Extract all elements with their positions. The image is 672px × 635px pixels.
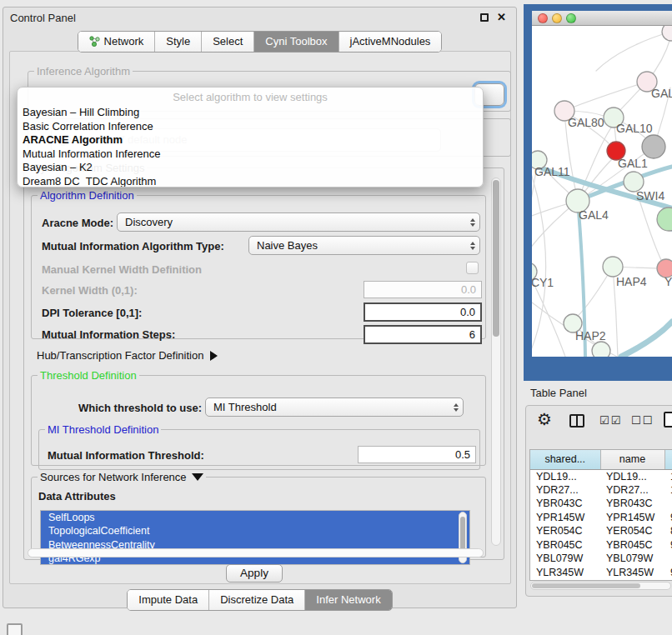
- algorithm-option-basic-correlation-inference[interactable]: Basic Correlation Inference: [18, 119, 483, 133]
- tab-discretize-data[interactable]: Discretize Data: [208, 590, 304, 610]
- table-cell[interactable]: [664, 552, 672, 566]
- settings-vertical-scrollbar[interactable]: [491, 178, 501, 546]
- table-row[interactable]: YDL19...YDL19...13: [530, 469, 672, 483]
- column-header-shared[interactable]: shared...: [530, 450, 600, 469]
- float-panel-icon[interactable]: [480, 13, 489, 22]
- algorithm-option-bayesian-hill-climbing[interactable]: Bayesian – Hill Climbing: [18, 105, 483, 119]
- hub-factor-expander[interactable]: Hub/Transcription Factor Definition: [37, 349, 218, 362]
- network-node[interactable]: [592, 342, 610, 357]
- kernel-width-field[interactable]: 0.0: [364, 281, 482, 298]
- table-cell[interactable]: YLR345W: [600, 566, 664, 580]
- table-cell[interactable]: YBL079W: [600, 552, 664, 566]
- table-row[interactable]: YDR27...YDR27...12: [530, 483, 672, 498]
- new-table-icon[interactable]: [664, 412, 672, 428]
- table-cell[interactable]: YER054C: [530, 524, 600, 538]
- minimize-traffic-light-icon[interactable]: [552, 13, 562, 23]
- table-cell[interactable]: 9.: [664, 511, 672, 525]
- table-cell[interactable]: YPR145W: [600, 511, 664, 525]
- network-edge-highlighted[interactable]: [621, 322, 672, 357]
- manual-kernel-label: Manual Kernel Width Definition: [42, 263, 202, 276]
- network-node[interactable]: [642, 135, 665, 158]
- tab-style[interactable]: Style: [154, 32, 201, 52]
- network-edge[interactable]: [596, 32, 671, 71]
- tab-impute-data[interactable]: Impute Data: [128, 590, 208, 610]
- network-node[interactable]: [662, 26, 672, 41]
- attribute-item-selfloops[interactable]: SelfLoops: [41, 511, 469, 524]
- node-label-gal10: GAL10: [616, 122, 653, 135]
- gear-icon[interactable]: ⚙: [537, 409, 552, 429]
- tab-cyni-toolbox[interactable]: Cyni Toolbox: [253, 32, 338, 52]
- columns-icon[interactable]: [569, 414, 584, 428]
- deselect-all-checkboxes-icon[interactable]: ☐☐: [631, 414, 654, 427]
- table-cell[interactable]: YLR345W: [530, 566, 600, 580]
- table-cell[interactable]: [664, 497, 672, 511]
- table-cell[interactable]: 9: [664, 579, 672, 581]
- table-cell[interactable]: YIL052C: [600, 579, 664, 581]
- table-cell[interactable]: 12: [664, 483, 672, 498]
- scrollbar-thumb[interactable]: [460, 517, 465, 552]
- table-row[interactable]: YBR043CYBR043C: [530, 497, 672, 511]
- table-row[interactable]: YLR345WYLR345W9.: [530, 566, 672, 580]
- close-icon[interactable]: ✕: [497, 11, 506, 23]
- table-cell[interactable]: 9.: [664, 538, 672, 552]
- table-cell[interactable]: YBR043C: [530, 497, 600, 511]
- table-cell[interactable]: YBR045C: [530, 538, 600, 552]
- algorithm-option-bayesian-k2[interactable]: Bayesian – K2: [18, 160, 483, 174]
- table-cell[interactable]: YBR045C: [600, 538, 664, 552]
- tab-infer-network[interactable]: Infer Network: [304, 590, 391, 610]
- scrollbar-thumb[interactable]: [532, 583, 640, 588]
- network-node-hap4[interactable]: [603, 257, 623, 277]
- network-node[interactable]: [657, 208, 672, 231]
- tab-network[interactable]: Network: [78, 32, 155, 52]
- table-cell[interactable]: YDL19...: [530, 469, 600, 483]
- table-row[interactable]: YER054CYER054C8.: [530, 524, 672, 538]
- manual-kernel-checkbox[interactable]: [466, 262, 479, 274]
- algorithm-option-mutual-information-inference[interactable]: Mutual Information Inference: [18, 147, 483, 161]
- table-cell[interactable]: 8.: [664, 524, 672, 538]
- table-cell[interactable]: YDL19...: [600, 469, 664, 483]
- table-cell[interactable]: YBR043C: [600, 497, 664, 511]
- table-row[interactable]: YBL079WYBL079W: [530, 552, 672, 566]
- close-traffic-light-icon[interactable]: [538, 13, 548, 23]
- table-row[interactable]: YBR045CYBR045C9.: [530, 538, 672, 552]
- mi-type-label: Mutual Information Algorithm Type:: [42, 240, 224, 252]
- table-cell[interactable]: YDR27...: [530, 483, 600, 498]
- mi-algorithm-type-select[interactable]: Naive Bayes: [248, 236, 480, 255]
- expand-arrow-icon: [210, 351, 218, 361]
- algorithm-option-dream8-dc-tdc-algorithm[interactable]: Dream8 DC_TDC Algorithm: [18, 174, 483, 188]
- table-cell[interactable]: 13: [664, 469, 672, 483]
- collapsed-panel-icon[interactable]: [7, 623, 23, 635]
- collapse-arrow-icon[interactable]: [192, 473, 203, 481]
- table-cell[interactable]: YER054C: [600, 524, 664, 538]
- algorithm-option-aracne-algorithm[interactable]: ARACNE Algorithm: [18, 132, 483, 147]
- column-header-a[interactable]: A: [664, 450, 672, 469]
- mi-steps-field[interactable]: 6: [364, 325, 482, 344]
- mi-threshold-field[interactable]: 0.5: [358, 446, 476, 463]
- scrollbar-thumb[interactable]: [493, 180, 499, 337]
- tab-jactivemnodules[interactable]: jActiveMNodules: [339, 32, 442, 52]
- network-canvas[interactable]: GAL2GAL80GAL10GAL1GAL11SWI4GAL4GCY1HAP4Y…: [532, 26, 672, 357]
- select-all-checkboxes-icon[interactable]: ☑☑: [599, 414, 622, 427]
- table-row[interactable]: YPR145WYPR145W9.: [530, 511, 672, 525]
- which-threshold-select[interactable]: MI Threshold: [205, 398, 464, 417]
- settings-horizontal-scrollbar[interactable]: [28, 548, 484, 558]
- zoom-traffic-light-icon[interactable]: [566, 13, 576, 23]
- table-row[interactable]: YIL052CYIL052C9: [530, 579, 672, 581]
- tab-select[interactable]: Select: [201, 32, 253, 52]
- apply-button[interactable]: Apply: [226, 564, 283, 582]
- attribute-item-topologicalcoefficient[interactable]: TopologicalCoefficient: [41, 524, 469, 538]
- table-cell[interactable]: YBL079W: [530, 552, 600, 566]
- table-horizontal-scrollbar[interactable]: [530, 582, 671, 590]
- network-window-titlebar[interactable]: [532, 11, 672, 26]
- aracne-mode-value: Discovery: [118, 216, 466, 228]
- table-cell[interactable]: YPR145W: [530, 511, 600, 525]
- column-header-name[interactable]: name: [600, 450, 664, 469]
- network-edge[interactable]: [574, 82, 647, 107]
- aracne-mode-select[interactable]: Discovery: [117, 212, 480, 232]
- dpi-tolerance-field[interactable]: 0.0: [364, 302, 482, 322]
- table-cell[interactable]: 9.: [664, 566, 672, 580]
- aracne-mode-label: Aracne Mode:: [42, 217, 113, 229]
- table-cell[interactable]: YDR27...: [600, 483, 664, 498]
- table-cell[interactable]: YIL052C: [530, 579, 600, 581]
- network-edge[interactable]: [532, 171, 546, 354]
